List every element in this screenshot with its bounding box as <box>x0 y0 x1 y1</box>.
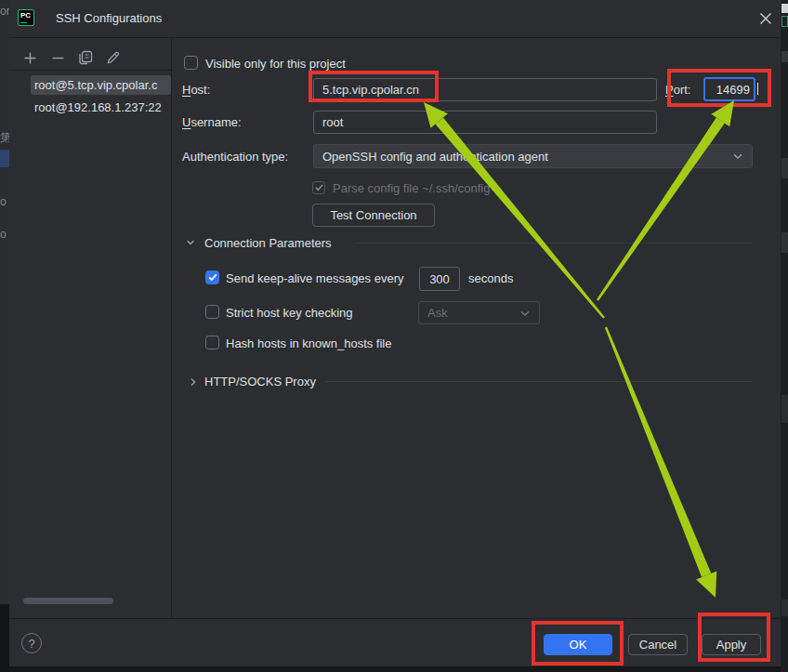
bg-block <box>781 158 788 178</box>
visible-only-label: Visible only for this project <box>205 57 346 71</box>
auth-type-value: OpenSSH config and authentication agent <box>322 150 548 164</box>
ok-button[interactable]: OK <box>544 634 612 655</box>
auth-type-select[interactable]: OpenSSH config and authentication agent <box>313 144 753 168</box>
bg-dark-area <box>0 604 9 672</box>
strict-host-label: Strict host key checking <box>226 306 353 320</box>
ok-label: OK <box>570 638 587 652</box>
bg-text-fragment: 第 <box>0 130 9 146</box>
parse-config-label: Parse config file ~/.ssh/config <box>333 181 490 195</box>
list-item-ssh-config-1[interactable]: root@5.tcp.vip.cpolar.c <box>31 75 171 95</box>
background-window-right-sliver <box>781 0 788 672</box>
connection-parameters-header[interactable]: Connection Parameters <box>204 236 332 250</box>
chevron-down-icon <box>519 310 531 317</box>
proxy-header[interactable]: HTTP/SOCKS Proxy <box>204 375 316 389</box>
pycharm-logo-underline <box>20 22 27 24</box>
bg-block <box>781 51 788 62</box>
sidebar-toolbar <box>20 46 123 69</box>
pycharm-logo-text: PC <box>20 11 31 20</box>
dialog-bottom-edge <box>9 666 781 672</box>
bg-block <box>781 395 788 423</box>
hash-hosts-checkbox[interactable] <box>205 336 219 349</box>
sidebar-divider <box>171 38 172 618</box>
close-icon[interactable] <box>756 9 775 28</box>
help-glyph: ? <box>28 637 34 651</box>
host-label: Host: <box>182 83 210 97</box>
list-item-label: root@192.168.1.237:22 <box>34 100 162 114</box>
chevron-right-icon[interactable] <box>189 376 198 388</box>
ssh-configurations-dialog: PC SSH Configurations <box>9 0 781 666</box>
bg-block <box>781 4 788 13</box>
cancel-label: Cancel <box>639 638 676 652</box>
bg-block <box>781 232 788 253</box>
titlebar-separator <box>9 37 781 38</box>
strict-host-select: Ask <box>418 301 540 324</box>
host-input[interactable] <box>313 78 657 101</box>
duplicate-icon[interactable] <box>76 48 95 67</box>
section-rule <box>325 381 753 382</box>
apply-label: Apply <box>716 638 747 652</box>
text-caret <box>757 83 758 95</box>
bg-text-fragment: o <box>0 228 7 241</box>
bg-text-fragment: o <box>0 195 7 208</box>
bg-green-block <box>781 16 788 27</box>
add-icon[interactable] <box>20 48 39 67</box>
edit-icon[interactable] <box>104 48 123 67</box>
bg-text-fragment: on <box>0 5 9 18</box>
port-label: Port: <box>665 83 690 97</box>
username-label: Username: <box>182 115 242 129</box>
dialog-title: SSH Configurations <box>56 11 162 25</box>
hash-hosts-label: Hash hosts in known_hosts file <box>226 336 391 350</box>
strict-host-checkbox[interactable] <box>205 305 219 319</box>
test-connection-label: Test Connection <box>330 208 416 222</box>
username-input[interactable] <box>313 111 657 134</box>
parse-config-checkbox <box>312 181 325 194</box>
keep-alive-interval-input[interactable] <box>419 267 460 291</box>
background-window-left-sliver: on 第 o o <box>0 0 9 672</box>
keep-alive-suffix: seconds <box>468 271 513 285</box>
section-rule <box>357 243 753 244</box>
keep-alive-label: Send keep-alive messages every <box>226 271 404 285</box>
bg-block <box>781 600 788 616</box>
help-icon[interactable]: ? <box>21 633 42 653</box>
pycharm-logo-icon: PC <box>18 9 34 26</box>
dialog-titlebar: PC SSH Configurations <box>9 0 781 37</box>
list-item-ssh-config-2[interactable]: root@192.168.1.237:22 <box>31 98 171 117</box>
chevron-down-icon <box>732 152 743 160</box>
list-item-label: root@5.tcp.vip.cpolar.c <box>34 78 157 92</box>
auth-type-label: Authentication type: <box>182 150 288 164</box>
visible-only-checkbox[interactable] <box>184 56 198 70</box>
sidebar-toolbar-separator <box>9 70 171 71</box>
screenshot-root: on 第 o o PC SSH Configurations <box>0 0 788 672</box>
keep-alive-checkbox[interactable] <box>205 270 219 284</box>
cancel-button[interactable]: Cancel <box>628 634 688 655</box>
footer-separator <box>9 618 781 619</box>
horizontal-scrollbar-thumb[interactable] <box>23 598 113 604</box>
test-connection-button[interactable]: Test Connection <box>312 204 435 227</box>
remove-icon[interactable] <box>48 48 67 67</box>
chevron-down-icon[interactable] <box>185 238 196 247</box>
strict-host-value: Ask <box>427 306 448 320</box>
port-input[interactable] <box>703 77 755 101</box>
bg-selection-fragment <box>0 150 9 167</box>
apply-button[interactable]: Apply <box>702 634 761 655</box>
